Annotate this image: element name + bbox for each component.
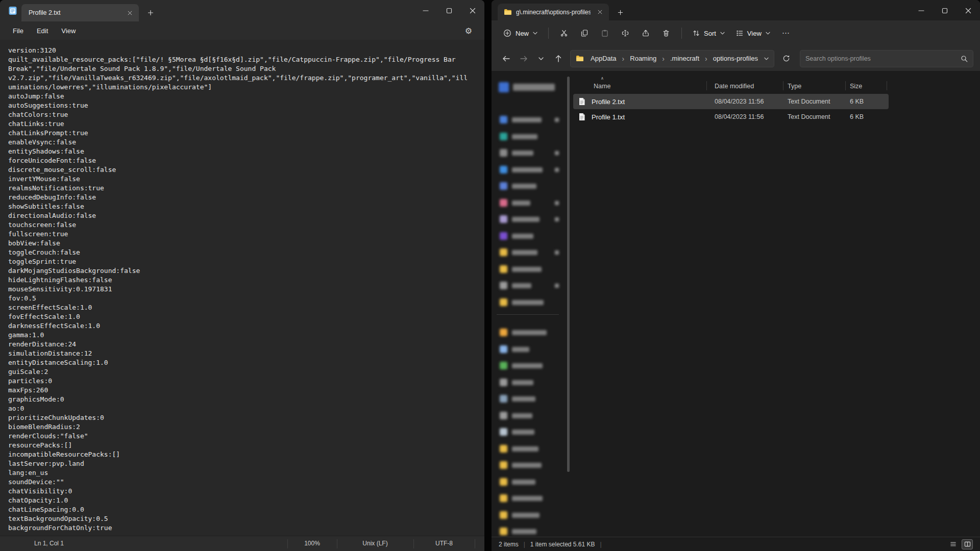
new-tab-button[interactable] [613,5,627,19]
explorer-content: ∧ Name Date modified Type Size Profile 2… [492,71,980,537]
sidebar-item-blurred[interactable] [495,179,563,194]
delete-button[interactable] [656,24,676,42]
text-editor[interactable]: version:3120 quilt_available_resource_pa… [0,40,484,536]
recent-locations-chevron[interactable] [532,51,550,67]
sidebar-item-blurred[interactable] [495,295,563,310]
sidebar-item-blurred[interactable] [495,162,563,178]
sidebar-item-blurred[interactable] [495,474,563,490]
explorer-tabbar: g\.minecraft\options-profiles [492,0,980,20]
settings-gear-icon[interactable]: ⚙ [461,23,476,38]
item-count: 2 items [499,541,519,548]
line-endings[interactable]: Unix (LF) [337,540,413,547]
sidebar-item-blurred[interactable] [495,508,563,523]
sidebar-item-blurred[interactable] [495,325,563,340]
sidebar-item-blurred[interactable] [495,342,563,357]
sidebar-item-blurred[interactable] [495,458,563,473]
sidebar-item-blurred[interactable] [495,212,563,227]
list-view-toggle[interactable] [947,539,959,549]
breadcrumb-item[interactable]: options-profiles [710,53,761,64]
menu-edit[interactable]: Edit [30,24,55,37]
column-divider[interactable] [706,81,707,90]
sidebar-item-blurred[interactable] [495,441,563,457]
refresh-button[interactable] [777,51,795,67]
sidebar-item-blurred[interactable] [495,524,563,537]
column-header-type[interactable]: Type [788,83,801,90]
column-header-name[interactable]: Name [594,83,610,90]
sidebar-item-blurred[interactable] [495,375,563,390]
new-button[interactable]: New [498,24,543,42]
file-row[interactable]: Profile 1.txt 08/04/2023 11:56 Text Docu… [573,109,889,124]
tab-close-icon[interactable] [595,7,605,17]
zoom-level[interactable]: 100% [287,540,337,547]
breadcrumb-item[interactable]: AppData [588,53,619,64]
explorer-addressbar-row: AppData›Roaming›.minecraft›options-profi… [492,46,980,71]
column-divider[interactable] [887,81,887,90]
sidebar-item-blurred[interactable] [495,112,563,128]
sort-button[interactable]: Sort [687,24,730,42]
sidebar-item-blurred[interactable] [495,195,563,211]
column-header-date-modified[interactable]: Date modified [715,83,754,90]
paste-button[interactable] [595,24,615,42]
explorer-tab[interactable]: g\.minecraft\options-profiles [498,4,609,20]
close-button[interactable] [957,0,980,21]
sidebar-item-blurred[interactable] [495,145,563,161]
sidebar-item-blurred[interactable] [495,262,563,277]
copy-button[interactable] [574,24,595,42]
sidebar-item-blurred[interactable] [495,491,563,506]
rename-button[interactable] [615,24,635,42]
sidebar-item-blurred[interactable] [495,408,563,423]
sidebar-item-blurred[interactable] [495,245,563,260]
menu-view[interactable]: View [55,24,82,37]
menu-file[interactable]: File [6,24,30,37]
encoding[interactable]: UTF-8 [413,540,475,547]
window-controls [414,0,484,21]
sidebar-item-blurred[interactable] [495,358,563,373]
maximize-button[interactable] [437,0,461,21]
breadcrumb-separator-icon: › [702,55,710,63]
forward-button[interactable] [515,51,532,67]
text-file-icon [578,113,585,121]
notepad-window: Profile 2.txt File Edit View ⚙ version:3… [0,0,484,551]
breadcrumb-item[interactable]: Roaming [627,53,659,64]
share-button[interactable] [635,24,656,42]
tab-close-icon[interactable] [125,8,135,18]
search-box[interactable] [800,50,973,67]
sidebar-item-blurred[interactable] [495,129,563,144]
explorer-statusbar: 2 items | 1 item selected 5.61 KB | [492,537,980,551]
sidebar-item-blurred[interactable] [495,278,563,293]
maximize-button[interactable] [933,0,957,21]
sidebar-item-blurred[interactable] [495,80,563,95]
address-dropdown-chevron[interactable] [764,57,769,60]
up-button[interactable] [550,51,567,67]
statusbar-divider: | [600,541,602,548]
minimize-button[interactable] [414,0,437,21]
minimize-button[interactable] [910,0,933,21]
close-button[interactable] [461,0,484,21]
search-icon [961,55,968,62]
view-icon [736,30,743,37]
details-view-toggle[interactable] [962,539,973,549]
new-plus-icon [503,29,511,37]
navigation-pane [492,71,566,537]
tab-title: Profile 2.txt [29,9,125,16]
view-button[interactable]: View [730,24,776,42]
scrollbar-thumb[interactable] [567,77,570,472]
address-bar[interactable]: AppData›Roaming›.minecraft›options-profi… [570,50,774,67]
new-tab-button[interactable] [143,5,158,20]
sidebar-scrollbar[interactable] [567,74,570,534]
file-row[interactable]: Profile 2.txt 08/04/2023 11:56 Text Docu… [573,94,889,109]
file-name: Profile 1.txt [592,113,625,121]
cut-button[interactable] [554,24,574,42]
breadcrumb-item[interactable]: .minecraft [668,53,702,64]
sidebar-item-blurred[interactable] [495,391,563,407]
back-button[interactable] [498,51,515,67]
column-divider[interactable] [783,81,783,90]
chevron-down-icon [766,32,770,35]
notepad-tab[interactable]: Profile 2.txt [21,4,139,21]
sidebar-item-blurred[interactable] [495,424,563,440]
column-divider[interactable] [845,81,846,90]
sidebar-item-blurred[interactable] [495,229,563,244]
column-header-size[interactable]: Size [850,83,862,90]
more-options-button[interactable]: ⋯ [776,24,796,42]
search-input[interactable] [805,55,961,62]
